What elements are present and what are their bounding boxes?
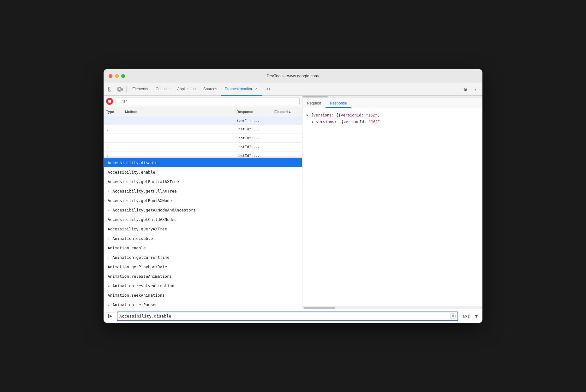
autocomplete-item-0[interactable]: Accessibility.disable — [104, 158, 302, 167]
autocomplete-item-11[interactable]: Animation.getPlaybackRate — [104, 262, 302, 271]
table-rows: ions": [... ↓ uestId":... uestId":... — [104, 116, 302, 309]
autocomplete-item-5[interactable]: ↓ Accessibility.getAXNodeAndAncestors — [104, 205, 302, 215]
autocomplete-item-3[interactable]: ↓ Accessibility.getFullAXTree — [104, 186, 302, 196]
close-button[interactable] — [109, 74, 112, 78]
arrow-icon-10: ↓ — [108, 255, 110, 259]
table-row[interactable]: ↓ uestId":... — [104, 143, 302, 151]
tab-request[interactable]: Request — [302, 99, 326, 108]
arrow-icon-3: ↓ — [108, 189, 110, 193]
devtools-toolbar: Elements Console Application Sources Pro… — [104, 83, 482, 96]
col-type-header: Type — [106, 110, 125, 114]
settings-icon[interactable]: ⚙ — [461, 85, 470, 94]
tab-elements[interactable]: Elements — [129, 83, 152, 96]
arrow-icon-8: ↓ — [108, 236, 110, 241]
item-0-label: Accessibility.disable — [108, 160, 158, 165]
autocomplete-item-9[interactable]: Animation.enable — [104, 243, 302, 252]
sort-arrow-icon: ▲ — [288, 110, 291, 113]
autocomplete-item-8[interactable]: ↓ Animation.disable — [104, 234, 302, 243]
item-5-label: Accessibility.getAXNodeAndAncestors — [112, 208, 195, 212]
maximize-button[interactable] — [121, 74, 125, 78]
clear-input-button[interactable]: ✕ — [450, 313, 456, 319]
item-11-label: Animation.getPlaybackRate — [108, 264, 167, 269]
inspect-icon[interactable] — [106, 85, 115, 94]
arrow-icon-15: ↓ — [108, 302, 110, 307]
window-title: DevTools - www.google.com/ — [267, 74, 320, 78]
autocomplete-overlay: Accessibility.disable Accessibility.enab… — [104, 157, 302, 309]
expand-triangle[interactable]: ▼ — [306, 112, 308, 119]
bottom-scrollbar[interactable] — [302, 306, 482, 309]
toolbar-divider — [126, 86, 127, 92]
minimize-button[interactable] — [115, 74, 119, 78]
toolbar-right: ⚙ ⋮ — [461, 85, 480, 94]
tab-application[interactable]: Application — [173, 83, 200, 96]
svg-rect-8 — [122, 88, 123, 91]
svg-marker-10 — [110, 315, 112, 318]
svg-rect-9 — [108, 314, 109, 318]
col-elapsed-header[interactable]: Elapsed ▲ — [274, 110, 300, 114]
tab-protocol-monitor[interactable]: Protocol monitor ✕ — [221, 83, 262, 96]
arrow-icon-13: ↓ — [108, 283, 110, 288]
devtools-window: DevTools - www.google.com/ — [104, 69, 482, 323]
scrollbar-thumb-horizontal — [304, 307, 335, 309]
device-mode-icon[interactable] — [116, 85, 124, 94]
right-tabs: Request Response — [302, 98, 482, 108]
run-command-button[interactable] — [106, 312, 114, 320]
autocomplete-item-2[interactable]: Accessibility.getPartialAXTree — [104, 177, 302, 186]
more-options-icon[interactable]: ⋮ — [471, 85, 480, 94]
devtools-container: Elements Console Application Sources Pro… — [104, 83, 482, 323]
item-7-label: Accessibility.queryAXTree — [108, 227, 167, 231]
item-8-label: Animation.disable — [112, 236, 153, 241]
table-row[interactable]: ions": [... — [104, 116, 302, 125]
dropdown-arrow-button[interactable]: ▼ — [473, 313, 480, 320]
command-input[interactable] — [119, 314, 450, 318]
right-content: ▼ {versions: [{versionId: "162", ▶ versi… — [302, 108, 482, 306]
autocomplete-list: Accessibility.disable Accessibility.enab… — [104, 157, 302, 309]
autocomplete-item-15[interactable]: ↓ Animation.setPaused — [104, 300, 302, 309]
autocomplete-item-10[interactable]: ↓ Animation.getCurrentTime — [104, 252, 302, 262]
tab-hint: Tab () — [461, 314, 470, 318]
autocomplete-item-1[interactable]: Accessibility.enable — [104, 167, 302, 177]
autocomplete-item-12[interactable]: Animation.releaseAnimations — [104, 271, 302, 281]
tabs-bar: Elements Console Application Sources Pro… — [129, 83, 460, 96]
table-row[interactable]: uestId":... — [104, 134, 302, 143]
item-10-label: Animation.getCurrentTime — [112, 255, 170, 260]
right-panel: Request Response ▼ {versions: [{versionI… — [302, 96, 482, 309]
table-header: Type Method Response Elapsed ▲ — [104, 107, 302, 116]
traffic-lights — [109, 74, 125, 78]
table-row[interactable]: ↓ uestId":... — [104, 125, 302, 134]
item-13-label: Animation.resolveAnimation — [112, 283, 174, 288]
json-line-2: ▶ versions: [{versionId: "162" — [306, 119, 479, 125]
tab-console[interactable]: Console — [152, 83, 173, 96]
horizontal-scrollbar[interactable] — [302, 96, 482, 98]
autocomplete-item-4[interactable]: Accessibility.getRootAXNode — [104, 196, 302, 205]
tab-sources[interactable]: Sources — [200, 83, 221, 96]
col-response-header: Response — [236, 110, 274, 114]
command-input-wrapper: ✕ — [117, 312, 458, 321]
left-panel: Type Method Response Elapsed ▲ — [104, 96, 302, 309]
item-6-label: Accessibility.getChildAXNodes — [108, 217, 176, 222]
item-12-label: Animation.releaseAnimations — [108, 274, 172, 279]
filter-input[interactable] — [116, 98, 300, 105]
item-14-label: Animation.seekAnimations — [108, 293, 165, 298]
arrow-icon-5: ↓ — [108, 208, 110, 212]
svg-rect-7 — [118, 88, 120, 90]
item-1-label: Accessibility.enable — [108, 170, 155, 175]
tab-more[interactable]: >> — [262, 83, 274, 96]
col-method-header[interactable]: Method — [125, 110, 236, 114]
item-9-label: Animation.enable — [108, 246, 146, 250]
stop-recording-button[interactable] — [106, 98, 113, 105]
devtools-body: Type Method Response Elapsed ▲ — [104, 96, 482, 309]
item-15-label: Animation.setPaused — [112, 302, 158, 307]
collapse-triangle[interactable]: ▶ — [309, 121, 315, 123]
item-3-label: Accessibility.getFullAXTree — [112, 189, 176, 193]
autocomplete-item-13[interactable]: ↓ Animation.resolveAnimation — [104, 281, 302, 290]
title-bar: DevTools - www.google.com/ — [104, 69, 482, 83]
scrollbar-thumb — [302, 96, 328, 98]
tab-response[interactable]: Response — [326, 99, 351, 108]
json-line-1: ▼ {versions: [{versionId: "162", — [306, 112, 479, 119]
tab-close-icon[interactable]: ✕ — [254, 87, 259, 91]
item-4-label: Accessibility.getRootAXNode — [108, 198, 172, 203]
autocomplete-item-7[interactable]: Accessibility.queryAXTree — [104, 224, 302, 234]
autocomplete-item-6[interactable]: Accessibility.getChildAXNodes — [104, 215, 302, 224]
autocomplete-item-14[interactable]: Animation.seekAnimations — [104, 290, 302, 300]
